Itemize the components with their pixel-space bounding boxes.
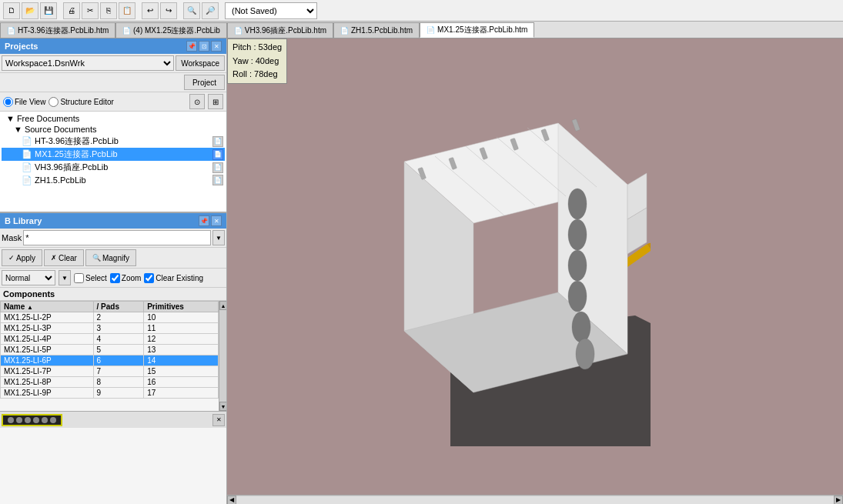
pitch-text: Pitch : 53deg <box>232 41 282 55</box>
svg-point-13 <box>568 219 587 250</box>
vertical-scrollbar[interactable]: ▲ ▼ <box>219 301 226 411</box>
print-btn[interactable]: 🖨 <box>63 2 80 19</box>
workspace-dropdown[interactable]: Workspace1.DsnWrk <box>2 55 174 71</box>
apply-icon: ✓ <box>8 254 15 262</box>
tree-item-vh396[interactable]: 📄 VH3.96插座.PcbLib 📄 <box>2 161 225 174</box>
table-row[interactable]: MX1.25-LI-2P210 <box>1 312 219 323</box>
open-btn[interactable]: 📂 <box>22 2 38 19</box>
select-checkbox[interactable] <box>74 273 84 283</box>
comp-table: Name ▲ / Pads Primitives MX1.25-LI-2P210… <box>0 301 219 399</box>
dot-6 <box>50 417 56 423</box>
dot-2 <box>16 417 22 423</box>
clear-existing-checkbox[interactable] <box>144 273 154 283</box>
tab-mx125-active[interactable]: 📄 MX1.25连接器.PcbLib.htm <box>420 22 534 38</box>
col-name[interactable]: Name ▲ <box>1 302 94 312</box>
normal-select[interactable]: Normal <box>2 270 55 285</box>
projects-panel: Projects 📌 ⊡ ✕ Workspace1.DsnWrk Workspa… <box>0 38 226 212</box>
select-checkbox-label[interactable]: Select <box>74 273 107 283</box>
tree-item-mx125[interactable]: 📄 MX1.25连接器.PcbLib 📄 <box>2 148 225 161</box>
tree-source-docs[interactable]: ▼ Source Documents <box>2 124 225 135</box>
copy-btn[interactable]: ⎘ <box>100 2 117 19</box>
components-section: Components Name ▲ / Pads Primitives <box>0 288 226 411</box>
clear-btn[interactable]: ✗ Clear <box>44 249 84 266</box>
lib-pin-btn[interactable]: 📌 <box>199 215 209 226</box>
svg-point-16 <box>572 312 590 342</box>
folder-open-icon-2: ▼ <box>14 125 22 134</box>
mask-input[interactable] <box>23 230 211 245</box>
col-pads[interactable]: / Pads <box>93 302 144 312</box>
left-panel: Projects 📌 ⊡ ✕ Workspace1.DsnWrk Workspa… <box>0 38 227 504</box>
projects-header-controls: 📌 ⊡ ✕ <box>186 41 222 52</box>
fileview-row: File View Structure Editor ⊙ ⊞ <box>0 92 226 112</box>
table-row[interactable]: MX1.25-LI-6P614 <box>1 355 219 366</box>
col-primitives[interactable]: Primitives <box>144 302 219 312</box>
comp-tbody: MX1.25-LI-2P210MX1.25-LI-3P311MX1.25-LI-… <box>1 312 219 399</box>
tree-area[interactable]: ▼ Free Documents ▼ Source Documents 📄 HT… <box>0 112 226 212</box>
tab-vh396[interactable]: 📄 VH3.96插座.PcbLib.htm <box>227 22 333 38</box>
file-icon-ht396: 📄 <box>22 136 32 146</box>
table-row[interactable]: MX1.25-LI-9P917 <box>1 388 219 399</box>
connector-3d-view <box>343 100 651 446</box>
scroll-down-btn[interactable]: ▼ <box>219 402 226 411</box>
workspace-bar: Workspace1.DsnWrk Workspace <box>0 54 226 73</box>
svg-point-14 <box>568 250 587 281</box>
zoom-checkbox-label[interactable]: Zoom <box>110 273 142 283</box>
redo-btn[interactable]: ↪ <box>160 2 177 19</box>
right-bottom-scrollbar[interactable]: ◀ ▶ <box>227 495 843 504</box>
projects-close-btn[interactable]: ✕ <box>211 41 222 52</box>
tab-icon-zh15: 📄 <box>340 27 349 35</box>
comp-table-container[interactable]: Name ▲ / Pads Primitives MX1.25-LI-2P210… <box>0 301 219 411</box>
cut-btn[interactable]: ✂ <box>82 2 99 19</box>
tab-icon-mx125-4: 📄 <box>122 27 131 35</box>
close-x-btn[interactable]: ✕ <box>212 414 225 426</box>
projects-pin-btn[interactable]: 📌 <box>186 41 197 52</box>
file-view-radio[interactable] <box>3 97 13 107</box>
zoom-in-btn[interactable]: 🔍 <box>183 2 200 19</box>
tab-icon-ht396: 📄 <box>7 27 15 35</box>
scroll-left-btn[interactable]: ◀ <box>227 496 236 505</box>
tab-mx125-4[interactable]: 📄 (4) MX1.25连接器.PcbLib <box>115 22 227 38</box>
save-status-dropdown[interactable]: (Not Saved) <box>225 2 317 19</box>
scroll-up-btn[interactable]: ▲ <box>219 301 226 310</box>
svg-point-15 <box>568 281 587 312</box>
new-btn[interactable]: 🗋 <box>3 2 20 19</box>
magnify-btn[interactable]: 🔍 Magnify <box>85 249 136 266</box>
workspace-btn[interactable]: Workspace <box>176 55 225 71</box>
yaw-text: Yaw : 40deg <box>232 55 282 68</box>
structure-editor-radio[interactable] <box>49 97 59 107</box>
zoom-checkbox[interactable] <box>110 273 120 283</box>
svg-point-17 <box>576 339 594 369</box>
project-btn-row: Project <box>0 73 226 92</box>
components-label: Components <box>0 288 226 301</box>
table-row[interactable]: MX1.25-LI-3P311 <box>1 323 219 334</box>
mask-label: Mask <box>2 233 22 242</box>
clear-existing-checkbox-label[interactable]: Clear Existing <box>144 273 203 283</box>
lib-close-btn[interactable]: ✕ <box>211 215 222 226</box>
save-btn[interactable]: 💾 <box>40 2 57 19</box>
dot-3 <box>25 417 31 423</box>
structure-editor-radio-label[interactable]: Structure Editor <box>49 97 113 107</box>
table-row[interactable]: MX1.25-LI-4P412 <box>1 334 219 345</box>
view-icon-btn2[interactable]: ⊞ <box>208 94 223 109</box>
tree-item-zh15[interactable]: 📄 ZH1.5.PcbLib 📄 <box>2 174 225 186</box>
tab-ht396[interactable]: 📄 HT-3.96连接器.PcbLib.htm <box>0 22 115 38</box>
tree-item-ht396[interactable]: 📄 HT-3.96连接器.PcbLib 📄 <box>2 135 225 148</box>
scroll-right-btn[interactable]: ▶ <box>834 496 843 505</box>
tab-zh15[interactable]: 📄 ZH1.5.PcbLib.htm <box>333 22 420 38</box>
table-row[interactable]: MX1.25-LI-7P715 <box>1 366 219 377</box>
undo-btn[interactable]: ↩ <box>142 2 159 19</box>
top-toolbar: 🗋 📂 💾 🖨 ✂ ⎘ 📋 ↩ ↪ 🔍 🔎 (Not Saved) <box>0 0 843 22</box>
paste-btn[interactable]: 📋 <box>119 2 135 19</box>
table-row[interactable]: MX1.25-LI-8P816 <box>1 377 219 388</box>
right-panel[interactable]: Pitch : 53deg Yaw : 40deg Roll : 78deg <box>227 38 843 504</box>
projects-float-btn[interactable]: ⊡ <box>199 41 209 52</box>
table-row[interactable]: MX1.25-LI-5P513 <box>1 345 219 355</box>
file-view-radio-label[interactable]: File View <box>3 97 45 107</box>
mask-dropdown-btn[interactable]: ▼ <box>212 230 225 245</box>
apply-btn[interactable]: ✓ Apply <box>2 249 42 266</box>
zoom-out-btn[interactable]: 🔎 <box>202 2 219 19</box>
tree-root-free-docs[interactable]: ▼ Free Documents <box>2 113 225 124</box>
view-icon-btn1[interactable]: ⊙ <box>189 94 205 109</box>
normal-dropdown-btn[interactable]: ▼ <box>59 270 71 285</box>
project-btn[interactable]: Project <box>184 75 225 90</box>
